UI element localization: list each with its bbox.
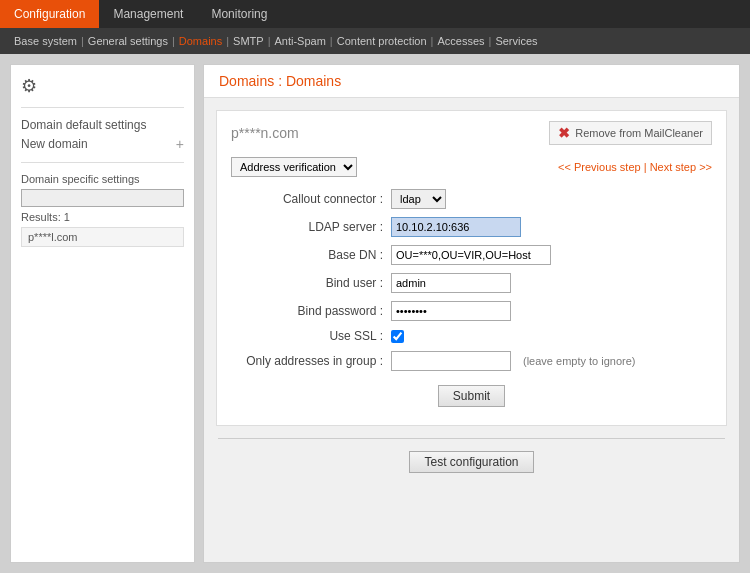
- breadcrumb-anti-spam[interactable]: Anti-Spam: [270, 35, 329, 47]
- address-verify-select[interactable]: Address verification: [231, 157, 357, 177]
- nav-management[interactable]: Management: [99, 0, 197, 28]
- breadcrumb-content-protection[interactable]: Content protection: [333, 35, 431, 47]
- use-ssl-label: Use SSL :: [231, 329, 391, 343]
- next-step-link[interactable]: Next step >>: [650, 161, 712, 173]
- test-configuration-button[interactable]: Test configuration: [409, 451, 533, 473]
- ldap-server-input[interactable]: [391, 217, 521, 237]
- base-dn-row: Base DN :: [231, 245, 712, 265]
- ignore-note: (leave empty to ignore): [523, 355, 636, 367]
- sidebar-new-domain[interactable]: New domain +: [21, 134, 184, 154]
- use-ssl-row: Use SSL :: [231, 329, 712, 343]
- main-container: ⚙ Domain default settings New domain + D…: [0, 54, 750, 573]
- page-title: Domains : Domains: [204, 65, 739, 98]
- breadcrumb-general-settings[interactable]: General settings: [84, 35, 172, 47]
- domain-card: p****n.com ✖ Remove from MailCleaner Add…: [216, 110, 727, 426]
- new-domain-label: New domain: [21, 137, 88, 151]
- sidebar-separator-2: [21, 162, 184, 163]
- callout-connector-select[interactable]: ldap smtp none: [391, 189, 446, 209]
- nav-monitoring[interactable]: Monitoring: [197, 0, 281, 28]
- bind-user-label: Bind user :: [231, 276, 391, 290]
- address-verify-row: Address verification << Previous step | …: [231, 157, 712, 177]
- breadcrumb-domains[interactable]: Domains: [175, 35, 226, 47]
- bind-password-row: Bind password :: [231, 301, 712, 321]
- bind-user-row: Bind user :: [231, 273, 712, 293]
- use-ssl-field: [391, 330, 404, 343]
- only-addresses-field: (leave empty to ignore): [391, 351, 636, 371]
- breadcrumb-accesses[interactable]: Accesses: [433, 35, 488, 47]
- gear-icon: ⚙: [21, 75, 184, 97]
- ldap-form: Callout connector : ldap smtp none LDAP …: [231, 189, 712, 407]
- nav-configuration[interactable]: Configuration: [0, 0, 99, 28]
- only-addresses-row: Only addresses in group : (leave empty t…: [231, 351, 712, 371]
- domain-specific-settings-title: Domain specific settings: [21, 173, 184, 185]
- callout-connector-label: Callout connector :: [231, 192, 391, 206]
- bind-user-input[interactable]: [391, 273, 511, 293]
- breadcrumb: Base system | General settings | Domains…: [0, 28, 750, 54]
- sidebar-domain-item[interactable]: p****l.com: [21, 227, 184, 247]
- sidebar-results-count: Results: 1: [21, 211, 184, 223]
- remove-btn-label: Remove from MailCleaner: [575, 127, 703, 139]
- top-navigation: Configuration Management Monitoring: [0, 0, 750, 28]
- sidebar-separator: [21, 107, 184, 108]
- base-dn-field: [391, 245, 551, 265]
- ldap-server-row: LDAP server :: [231, 217, 712, 237]
- prev-step-link[interactable]: << Previous step: [558, 161, 641, 173]
- remove-from-mailcleaner-button[interactable]: ✖ Remove from MailCleaner: [549, 121, 712, 145]
- sidebar-search-input[interactable]: [21, 189, 184, 207]
- bind-password-input[interactable]: [391, 301, 511, 321]
- divider-line: [218, 438, 725, 439]
- ldap-server-field: [391, 217, 521, 237]
- sidebar: ⚙ Domain default settings New domain + D…: [10, 64, 195, 563]
- ldap-server-label: LDAP server :: [231, 220, 391, 234]
- plus-icon: +: [176, 136, 184, 152]
- callout-connector-row: Callout connector : ldap smtp none: [231, 189, 712, 209]
- base-dn-input[interactable]: [391, 245, 551, 265]
- close-icon: ✖: [558, 125, 570, 141]
- only-addresses-label: Only addresses in group :: [231, 354, 391, 368]
- bind-password-label: Bind password :: [231, 304, 391, 318]
- bind-password-field: [391, 301, 511, 321]
- content-area: Domains : Domains p****n.com ✖ Remove fr…: [203, 64, 740, 563]
- step-navigation: << Previous step | Next step >>: [558, 161, 712, 173]
- base-dn-label: Base DN :: [231, 248, 391, 262]
- submit-button[interactable]: Submit: [438, 385, 505, 407]
- address-verify-field: Address verification: [231, 157, 357, 177]
- bind-user-field: [391, 273, 511, 293]
- sidebar-domain-default-settings[interactable]: Domain default settings: [21, 116, 184, 134]
- domain-card-header: p****n.com ✖ Remove from MailCleaner: [231, 121, 712, 145]
- domain-default-settings-label: Domain default settings: [21, 118, 146, 132]
- breadcrumb-base-system[interactable]: Base system: [10, 35, 81, 47]
- callout-connector-field: ldap smtp none: [391, 189, 446, 209]
- use-ssl-checkbox[interactable]: [391, 330, 404, 343]
- breadcrumb-smtp[interactable]: SMTP: [229, 35, 268, 47]
- breadcrumb-services[interactable]: Services: [491, 35, 541, 47]
- submit-row: Submit: [231, 385, 712, 407]
- only-addresses-input[interactable]: [391, 351, 511, 371]
- test-config-row: Test configuration: [204, 451, 739, 473]
- domain-name: p****n.com: [231, 125, 299, 141]
